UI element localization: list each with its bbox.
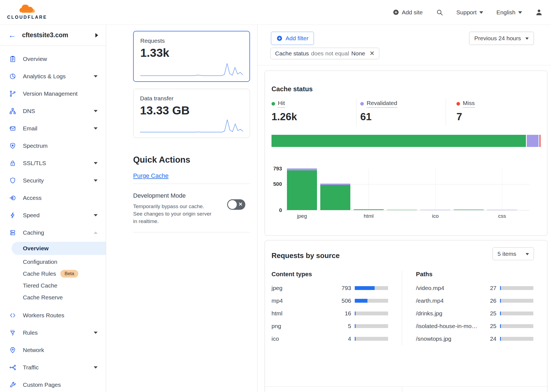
back-arrow-icon[interactable]: ← bbox=[8, 31, 16, 39]
header-nav: Add site Support English bbox=[393, 9, 543, 16]
cloudflare-logo-text: CLOUDFLARE bbox=[7, 15, 47, 20]
vertical-divider bbox=[356, 99, 356, 126]
sidebar-item-caching[interactable]: Caching bbox=[0, 224, 106, 241]
row-bar-fill bbox=[500, 337, 501, 341]
chevron-down-icon bbox=[94, 75, 98, 77]
requests-metric-card[interactable]: Requests 1.33k bbox=[133, 31, 250, 82]
bar-segment-hit bbox=[287, 170, 317, 210]
y-axis-tick-label: 0 bbox=[265, 207, 282, 213]
purge-cache-link[interactable]: Purge Cache bbox=[133, 172, 168, 179]
chart-bar-ico bbox=[420, 210, 450, 210]
sidebar-item-rules[interactable]: Rules bbox=[0, 324, 106, 341]
row-bar-fill bbox=[355, 337, 356, 341]
bar-segment-revalidated bbox=[487, 210, 517, 210]
sidebar-item-label: Network bbox=[23, 347, 44, 353]
add-site-button[interactable]: Add site bbox=[393, 9, 423, 16]
sidebar-item-label: Workers Routes bbox=[23, 312, 64, 319]
y-axis-tick-label: 793 bbox=[265, 166, 282, 172]
sidebar-item-access[interactable]: Access bbox=[0, 189, 106, 206]
row-value: 24 bbox=[479, 335, 496, 342]
gridline bbox=[369, 169, 369, 210]
data-transfer-metric-card[interactable]: Data transfer 13.33 GB bbox=[133, 89, 250, 138]
sidebar-item-analytics-logs[interactable]: Analytics & Logs bbox=[0, 68, 106, 85]
filter-chip-value: None bbox=[351, 50, 365, 57]
table-row: /video.mp427 bbox=[416, 282, 533, 294]
sidebar-item-speed[interactable]: Speed bbox=[0, 206, 106, 224]
items-count-label: 5 items bbox=[498, 251, 516, 257]
sidebar-subitem-label: Cache Rules bbox=[23, 270, 56, 277]
row-bar-track bbox=[355, 337, 388, 341]
sidebar-item-custom-pages[interactable]: Custom Pages bbox=[0, 376, 106, 392]
sidebar-item-label: Rules bbox=[23, 329, 38, 336]
bar-segment-hit bbox=[387, 210, 417, 210]
sidebar-item-network[interactable]: Network bbox=[0, 341, 106, 359]
funnel-icon bbox=[9, 329, 16, 336]
row-bar-track bbox=[500, 312, 533, 315]
sidebar-item-label: Custom Pages bbox=[23, 382, 61, 388]
row-bar-track bbox=[500, 337, 533, 341]
development-mode-section: Development Mode Temporarily bypass our … bbox=[133, 184, 250, 225]
access-arrow-icon bbox=[9, 194, 16, 202]
support-menu[interactable]: Support bbox=[456, 9, 483, 16]
bar-segment-revalidated bbox=[287, 168, 317, 170]
sidebar-item-version-management[interactable]: Version Management bbox=[0, 85, 106, 102]
row-bar-track bbox=[355, 286, 388, 290]
table-title: Paths bbox=[416, 271, 533, 278]
sidebar-subitem-configuration[interactable]: Configuration bbox=[0, 256, 106, 268]
close-icon[interactable]: ✕ bbox=[370, 50, 375, 57]
row-label: html bbox=[272, 310, 334, 317]
site-name: cftestsite3.com bbox=[22, 31, 68, 39]
x-axis-tick-label: jpeg bbox=[287, 213, 317, 219]
chevron-down-icon bbox=[94, 214, 98, 216]
sidebar-item-security[interactable]: Security bbox=[0, 172, 106, 189]
analytics-panel: Add filter Cache status does not equal N… bbox=[257, 25, 551, 392]
sidebar-item-overview[interactable]: Overview bbox=[0, 50, 106, 68]
sidebar-subitem-overview[interactable]: Overview bbox=[12, 242, 106, 255]
sidebar-subitem-tiered-cache[interactable]: Tiered Cache bbox=[0, 280, 106, 291]
x-axis-tick-label: html bbox=[354, 213, 384, 219]
row-bar-track bbox=[355, 324, 388, 328]
row-label: png bbox=[272, 323, 334, 329]
sidebar-item-label: Email bbox=[23, 125, 37, 132]
filter-chip-operator: does not equal bbox=[311, 50, 349, 57]
chevron-down-icon bbox=[94, 332, 98, 334]
row-value: 4 bbox=[334, 335, 351, 342]
sidebar-item-label: Traffic bbox=[23, 364, 39, 371]
search-icon[interactable] bbox=[436, 9, 443, 16]
row-bar-fill bbox=[355, 299, 367, 303]
content-types-table: Content typesjpeg793mp4506html16png5ico4 bbox=[265, 271, 402, 345]
filter-chip-cache-status: Cache status does not equal None ✕ bbox=[270, 48, 379, 59]
time-range-dropdown[interactable]: Previous 24 hours bbox=[469, 32, 534, 45]
sidebar-item-label: Security bbox=[23, 177, 44, 184]
sidebar-item-email[interactable]: Email bbox=[0, 120, 106, 137]
sidebar-item-label: Version Management bbox=[23, 90, 77, 97]
quick-actions-title: Quick Actions bbox=[133, 155, 250, 165]
cloudflare-logo[interactable]: CLOUDFLARE bbox=[7, 5, 47, 20]
sidebar-subitem-cache-rules[interactable]: Cache RulesBeta bbox=[0, 268, 106, 280]
user-avatar-icon[interactable] bbox=[535, 9, 543, 16]
sidebar-item-dns[interactable]: DNS bbox=[0, 102, 106, 120]
add-filter-button[interactable]: Add filter bbox=[271, 32, 314, 45]
sidebar-item-workers-routes[interactable]: Workers Routes bbox=[0, 307, 106, 324]
stat-label: Hit bbox=[278, 100, 285, 108]
chevron-down-icon bbox=[526, 253, 529, 255]
toggle-off-x-icon: ✕ bbox=[238, 201, 243, 207]
sidebar-item-ssl-tls[interactable]: SSL/TLS bbox=[0, 154, 106, 172]
chevron-right-icon[interactable] bbox=[95, 33, 98, 37]
items-count-dropdown[interactable]: 5 items bbox=[493, 247, 534, 260]
time-range-label: Previous 24 hours bbox=[474, 35, 521, 42]
table-row: html16 bbox=[272, 307, 388, 320]
row-value: 25 bbox=[479, 310, 496, 317]
development-mode-toggle[interactable]: ✕ bbox=[227, 199, 245, 210]
hosts-table: Hostscftestsite3.com1.33k bbox=[265, 387, 402, 392]
sidebar-subitem-cache-reserve[interactable]: Cache Reserve bbox=[0, 291, 106, 303]
sidebar-nav: OverviewAnalytics & LogsVersion Manageme… bbox=[0, 46, 106, 392]
sidebar-item-label: SSL/TLS bbox=[23, 160, 46, 167]
table-row: /snowtops.jpg24 bbox=[416, 332, 533, 345]
language-menu[interactable]: English bbox=[496, 9, 522, 16]
stat-value: 1.26k bbox=[272, 111, 297, 123]
requests-label: Requests bbox=[140, 37, 243, 44]
sidebar-item-label: Speed bbox=[23, 212, 40, 219]
sidebar-item-traffic[interactable]: Traffic bbox=[0, 359, 106, 376]
sidebar-item-spectrum[interactable]: Spectrum bbox=[0, 137, 106, 154]
